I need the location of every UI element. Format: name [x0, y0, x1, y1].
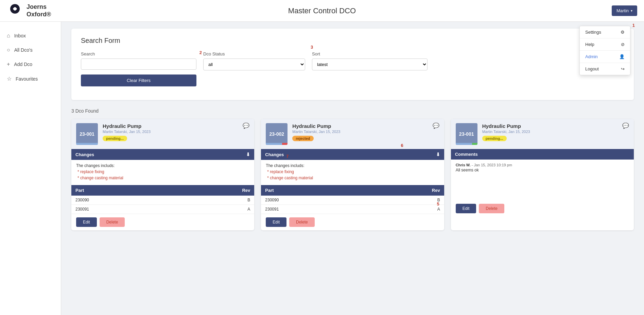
menu-item-help[interactable]: Help ⊘ [580, 38, 630, 50]
change-item-2-2: * change casting material [267, 176, 439, 180]
card-3-meta: Hydraulic Pump Martin Tatarski, Jan 15, … [482, 123, 629, 141]
edit-button-1[interactable]: Edit [76, 217, 97, 227]
card-1-footer: Edit Delete [71, 214, 254, 230]
sidebar-item-add-dco-label: Add Dco [14, 62, 32, 67]
sort-select[interactable]: latest oldest name [312, 59, 428, 70]
card-2-status: rejected [292, 136, 313, 141]
logo-line2: Oxford® [27, 11, 51, 18]
comments-label-3: Comments [455, 152, 478, 157]
edit-button-2[interactable]: Edit [266, 217, 286, 227]
card-3-comments: Chris W. - Jan 15, 2023 10:19 pm All see… [451, 160, 634, 200]
card-2-id-box: 23-002 [266, 123, 288, 145]
card-3-comments-header: Comments [451, 149, 634, 160]
changes-label-1: Changes [75, 152, 94, 157]
menu-item-logout[interactable]: Logout ↪ [580, 63, 630, 75]
comment-text-1: All seems ok [456, 168, 629, 172]
parts-label-1: Part [75, 188, 84, 193]
change-item-1-2: * change casting material [77, 176, 249, 180]
annotation-1: 1 [632, 23, 635, 28]
annotation-3: 3 [311, 45, 313, 50]
table-row: 230091 A [71, 205, 254, 214]
card-3-id: 23-001 [459, 131, 474, 137]
chat-icon-3[interactable]: 💬 [622, 122, 629, 129]
card-2-progress [266, 143, 288, 145]
delete-button-3[interactable]: Delete [479, 204, 504, 213]
sidebar-item-favourites-label: Favourites [16, 76, 38, 82]
sidebar-item-inbox[interactable]: ⌂ Inbox [0, 29, 61, 43]
star-icon: ☆ [7, 76, 12, 82]
progress-seg-2-1 [266, 143, 271, 145]
logo-line1: Joerns [27, 3, 51, 11]
card-2-parts-header: Part Rev [261, 185, 444, 196]
settings-icon: ⚙ [621, 30, 625, 35]
comment-meta-1: Chris W. - Jan 15, 2023 10:19 pm [456, 163, 629, 167]
admin-icon: 👤 [619, 54, 625, 59]
progress-seg-2 [82, 143, 87, 145]
download-icon-1[interactable]: ⬇ [246, 152, 250, 157]
comment-author-1: Chris W. [456, 163, 471, 167]
card-1-id: 23-001 [80, 131, 94, 137]
status-select[interactable]: all pending approved rejected [203, 59, 305, 70]
progress-seg-3-3 [467, 143, 472, 145]
chat-icon-1[interactable]: 💬 [243, 122, 249, 129]
user-menu-button[interactable]: Martin [612, 5, 637, 16]
part-2-2: 230091 [261, 205, 383, 214]
dco-card-1: 23-001 Hydraulic Pump Martin Tatarski, J… [71, 119, 254, 230]
main-content: Search Form Search 2 Clear Filters Dco S… [61, 22, 644, 315]
download-icon-2[interactable]: ⬇ [436, 152, 440, 157]
changes-text-2: The changes includs: [266, 163, 439, 168]
card-1-status: pending... [103, 136, 127, 141]
card-2-parts-scroll[interactable]: 230090 B 230091 A [261, 196, 444, 214]
sidebar-item-favourites[interactable]: ☆ Favourites [0, 71, 61, 86]
search-input[interactable] [81, 59, 196, 70]
logo-text: Joerns Oxford® [27, 3, 51, 18]
logout-label: Logout [585, 66, 599, 71]
card-1-id-box: 23-001 [76, 123, 98, 145]
results-count: 3 Dco Found [71, 108, 634, 114]
cards-grid: 23-001 Hydraulic Pump Martin Tatarski, J… [71, 119, 634, 230]
progress-seg-3-2 [461, 143, 467, 145]
search-form-card: Search Form Search 2 Clear Filters Dco S… [71, 29, 634, 100]
help-icon: ⊘ [621, 42, 625, 47]
menu-item-admin[interactable]: Admin 👤 [580, 51, 630, 63]
edit-button-3[interactable]: Edit [456, 204, 476, 213]
chat-icon-2[interactable]: 💬 [433, 122, 439, 129]
part-1-2: 230091 [71, 205, 193, 214]
search-form-title: Search Form [81, 37, 624, 45]
card-2-author: Martin Tatarski, Jan 15, 2023 [292, 130, 439, 134]
sidebar-item-all-dcos[interactable]: ○ All Dco's [0, 43, 61, 57]
annotation-6: 6 [401, 143, 403, 148]
sidebar-item-add-dco[interactable]: + Add Dco [0, 57, 61, 71]
results-section: 3 Dco Found 23-001 [71, 108, 634, 230]
card-1-author: Martin Tatarski, Jan 15, 2023 [103, 130, 249, 134]
annotation-2: 2 [199, 50, 202, 55]
delete-button-2[interactable]: Delete [289, 217, 315, 227]
admin-label: Admin [585, 54, 598, 59]
header: Joerns Oxford® Master Control DCO Martin… [0, 0, 644, 22]
rev-2-2: A [383, 205, 444, 214]
rev-label-1: Rev [242, 188, 250, 193]
status-field-group: Dco Status all pending approved rejected [203, 51, 305, 70]
progress-seg-4 [92, 143, 98, 145]
parts-label-2: Part [265, 188, 274, 193]
card-1-changes-header: Changes ⬇ [71, 149, 254, 160]
delete-button-1[interactable]: Delete [100, 217, 125, 227]
part-1-1: 230090 [71, 196, 193, 205]
change-item-2-1: * replace fixing [267, 169, 439, 174]
progress-seg-3-1 [456, 143, 461, 145]
progress-seg-2-4 [282, 143, 288, 145]
dco-card-2: 4 23-002 Hydraulic Pump [261, 119, 444, 230]
clear-filters-button[interactable]: Clear Filters [81, 74, 196, 86]
card-1-parts-scroll[interactable]: 230090 B 230091 A [71, 196, 254, 214]
changes-label-2: Changes [265, 152, 284, 157]
card-2-title: Hydraulic Pump [292, 123, 439, 129]
card-3-comments-scroll[interactable]: Chris W. - Jan 15, 2023 10:19 pm All see… [451, 160, 634, 200]
menu-item-settings[interactable]: Settings ⚙ [580, 26, 630, 38]
card-1-parts-table: 230090 B 230091 A [71, 196, 254, 214]
annotation-7: 7 [286, 154, 289, 159]
rev-2-1: B [383, 196, 444, 205]
table-row: 230091 A [261, 205, 444, 214]
rev-1-2: A [193, 205, 254, 214]
user-dropdown-menu: Settings ⚙ Help ⊘ Admin 👤 Logout ↪ 1 [579, 26, 630, 75]
card-3-progress [456, 143, 477, 145]
